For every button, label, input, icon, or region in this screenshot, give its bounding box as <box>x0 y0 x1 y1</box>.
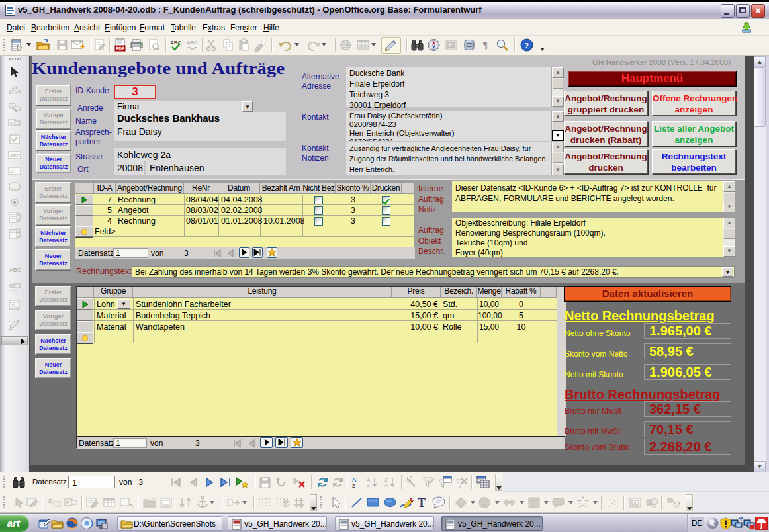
svg-text:A: A <box>633 501 637 506</box>
svg-text:ABC: ABC <box>9 267 22 273</box>
svg-text:?: ? <box>525 40 529 50</box>
svg-text:A: A <box>384 482 388 488</box>
svg-text:#.: #. <box>10 169 14 175</box>
svg-text:ABC: ABC <box>187 40 199 46</box>
svg-text:ABC: ABC <box>10 153 21 159</box>
svg-text:T: T <box>418 496 426 510</box>
svg-text:PDF: PDF <box>116 46 124 51</box>
svg-text:z: z <box>352 482 355 489</box>
svg-text:Z: Z <box>367 482 370 488</box>
svg-text:F: F <box>10 120 13 126</box>
svg-text:F: F <box>66 500 69 506</box>
svg-text:¶: ¶ <box>483 40 488 50</box>
